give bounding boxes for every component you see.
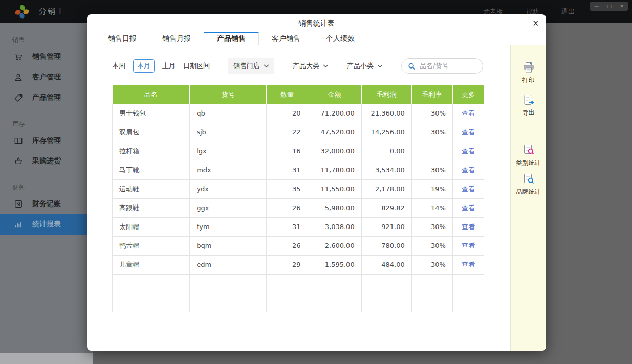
- view-link[interactable]: 查看: [462, 128, 475, 136]
- table-row: 马丁靴mdx3111,780.003,534.0030%查看: [113, 161, 484, 179]
- table-cell: 71,200.00: [308, 104, 361, 123]
- view-link[interactable]: 查看: [462, 223, 475, 231]
- action-品牌统计[interactable]: 品牌统计: [516, 172, 541, 196]
- printer-icon: [522, 61, 535, 74]
- action-类别统计[interactable]: 类别统计: [516, 143, 541, 167]
- book-icon: [13, 135, 24, 146]
- maximize-icon[interactable]: ▢: [607, 4, 612, 9]
- sidebar-item-label: 销售管理: [32, 52, 61, 61]
- action-label: 品牌统计: [516, 188, 541, 196]
- sales-statistics-modal: 销售统计表 ✕ 销售日报销售月报产品销售客户销售个人绩效 本周本月上月日期区间 …: [87, 14, 546, 351]
- table-cell: 1,595.00: [308, 255, 361, 274]
- table-header-品名: 品名: [113, 85, 190, 104]
- tab-item[interactable]: 个人绩效: [313, 32, 367, 46]
- action-打印[interactable]: 打印: [522, 61, 535, 85]
- dropdown-产品大类[interactable]: 产品大类: [293, 61, 329, 71]
- table-cell-action: 查看: [452, 161, 484, 179]
- sidebar-item[interactable]: 财务记账: [0, 194, 93, 214]
- table-cell-action: 查看: [452, 217, 484, 236]
- table-empty-cell: [113, 274, 190, 293]
- sidebar-menu: 销售销售管理客户管理产品管理库存库存管理采购进货财务财务记账统计报表: [0, 23, 93, 353]
- table-cell: 太阳帽: [113, 217, 190, 236]
- table-cell: 921.00: [361, 217, 411, 236]
- table-empty-cell: [452, 274, 484, 293]
- product-sales-table: 品名货号数量金额毛利润毛利率更多 男士钱包qb2071,200.0021,360…: [112, 85, 484, 312]
- table-header-数量: 数量: [267, 85, 308, 104]
- sidebar-item[interactable]: 客户管理: [0, 67, 93, 87]
- dropdown-销售门店[interactable]: 销售门店: [228, 58, 274, 74]
- table-cell: 马丁靴: [113, 161, 190, 179]
- table-cell-action: 查看: [452, 198, 484, 217]
- export-icon: [522, 93, 535, 106]
- tab-item[interactable]: 销售日报: [95, 32, 149, 46]
- sidebar-item[interactable]: 统计报表: [0, 214, 93, 235]
- table-row: 双肩包sjb2247,520.0014,256.0030%查看: [113, 123, 484, 142]
- tab-item[interactable]: 客户销售: [259, 32, 313, 46]
- table-cell: 829.82: [361, 198, 411, 217]
- view-link[interactable]: 查看: [462, 109, 475, 117]
- window-close-icon[interactable]: ✕: [620, 4, 624, 9]
- sidebar-item-label: 客户管理: [32, 73, 61, 82]
- category-stats-icon: [522, 143, 535, 156]
- table-cell: edm: [190, 255, 267, 274]
- view-link[interactable]: 查看: [462, 185, 475, 193]
- quick-filter[interactable]: 本周: [112, 61, 125, 71]
- sidebar-item-label: 统计报表: [32, 220, 61, 229]
- table-cell: mdx: [190, 161, 267, 179]
- search-input[interactable]: 品名/货号: [401, 58, 483, 74]
- view-link[interactable]: 查看: [462, 147, 475, 155]
- view-link[interactable]: 查看: [462, 204, 475, 212]
- table-cell: 11,780.00: [308, 161, 361, 179]
- table-cell: 35: [267, 179, 308, 198]
- tab-active[interactable]: 产品销售: [204, 32, 259, 46]
- app-title: 分销王: [39, 0, 65, 23]
- table-cell: [411, 142, 452, 161]
- table-cell: 26: [267, 198, 308, 217]
- table-cell-action: 查看: [452, 236, 484, 255]
- quick-filter-selected[interactable]: 本月: [133, 59, 155, 73]
- action-导出[interactable]: 导出: [522, 93, 535, 117]
- table-empty-cell: [452, 293, 484, 312]
- close-icon[interactable]: ✕: [532, 19, 539, 28]
- minimize-icon[interactable]: —: [594, 4, 599, 9]
- view-link[interactable]: 查看: [462, 261, 475, 268]
- sidebar-item[interactable]: 销售管理: [0, 47, 93, 67]
- table-cell: 22: [267, 123, 308, 142]
- chevron-down-icon: [264, 64, 269, 68]
- chevron-down-icon: [377, 64, 383, 68]
- sidebar-item-label: 财务记账: [32, 199, 61, 209]
- app-logo-icon: [15, 5, 29, 18]
- table-cell: 儿童帽: [113, 255, 190, 274]
- dropdown-产品小类[interactable]: 产品小类: [347, 61, 383, 71]
- table-cell: 30%: [411, 104, 452, 123]
- table-cell: bqm: [190, 236, 267, 255]
- table-cell: ggx: [190, 198, 267, 217]
- view-link[interactable]: 查看: [462, 242, 475, 249]
- quick-filter[interactable]: 日期区间: [183, 61, 210, 71]
- table-cell: 19%: [411, 179, 452, 198]
- table-row: 鸭舌帽bqm262,600.00780.0030%查看: [113, 236, 484, 255]
- table-cell: lgx: [190, 142, 267, 161]
- dropdown-label: 产品大类: [293, 61, 319, 71]
- table-header-金额: 金额: [308, 85, 361, 104]
- sidebar-item[interactable]: 采购进货: [0, 151, 93, 171]
- table-cell: 2,600.00: [308, 236, 361, 255]
- table-cell: 鸭舌帽: [113, 236, 190, 255]
- table-header-更多: 更多: [452, 85, 484, 104]
- sidebar-item[interactable]: 库存管理: [0, 130, 93, 151]
- window-controls: — ▢ ✕: [590, 2, 628, 11]
- sidebar-item[interactable]: 产品管理: [0, 87, 93, 108]
- dropdown-label: 销售门店: [233, 61, 260, 71]
- table-cell: 780.00: [361, 236, 411, 255]
- table-empty-cell: [113, 293, 190, 312]
- tag-icon: [13, 93, 24, 103]
- quick-filter[interactable]: 上月: [162, 61, 176, 71]
- table-cell: sjb: [190, 123, 267, 142]
- top-menu-logout[interactable]: 退出: [561, 7, 575, 16]
- table-cell-action: 查看: [452, 179, 484, 198]
- view-link[interactable]: 查看: [462, 166, 475, 174]
- table-cell-action: 查看: [452, 255, 484, 274]
- table-cell: 高跟鞋: [113, 198, 190, 217]
- tab-item[interactable]: 销售月报: [149, 32, 204, 46]
- sidebar-item-label: 采购进货: [32, 156, 61, 166]
